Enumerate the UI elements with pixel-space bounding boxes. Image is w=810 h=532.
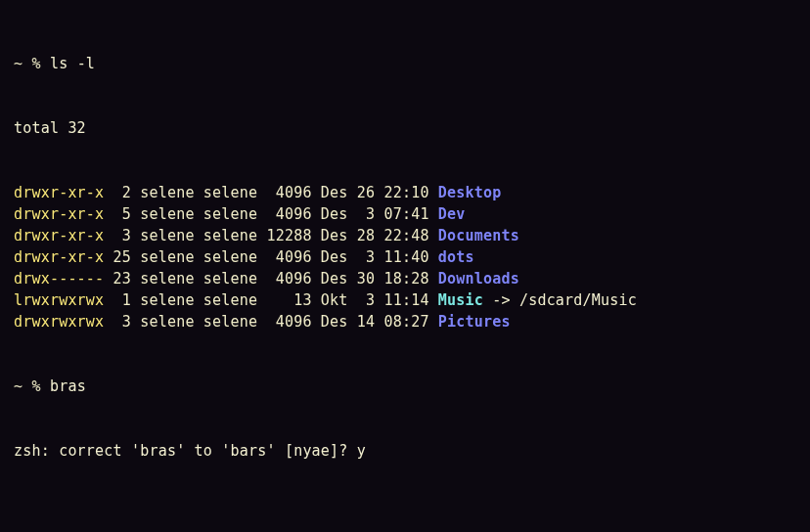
meta: 5 selene selene 4096 Des 3 07:41 — [104, 205, 438, 223]
filename: Music — [438, 291, 483, 309]
zsh-correct-line: zsh: correct 'bras' to 'bars' [nyae]? y — [14, 440, 796, 462]
ls-row: drwx------ 23 selene selene 4096 Des 30 … — [14, 268, 796, 289]
meta: 2 selene selene 4096 Des 26 22:10 — [104, 184, 438, 201]
total-line: total 32 — [14, 117, 796, 139]
bars-output — [14, 505, 796, 532]
meta: 25 selene selene 4096 Des 3 11:40 — [104, 248, 438, 266]
ls-row: lrwxrwxrwx 1 selene selene 13 Okt 3 11:1… — [14, 289, 796, 311]
filename: dots — [438, 248, 474, 266]
ls-row: drwxr-xr-x 25 selene selene 4096 Des 3 1… — [14, 246, 796, 268]
command-2: bras — [50, 377, 86, 395]
prompt-line-2: ~ % bras — [14, 376, 796, 397]
perm: drwxr-xr-x — [14, 248, 104, 266]
perm: drwxr-xr-x — [14, 184, 104, 201]
prompt-line-1: ~ % ls -l — [14, 53, 796, 74]
filename: Documents — [438, 227, 519, 244]
ls-row: drwxr-xr-x 2 selene selene 4096 Des 26 2… — [14, 182, 796, 203]
filename: Pictures — [438, 313, 511, 331]
perm: drwxr-xr-x — [14, 205, 104, 223]
meta: 3 selene selene 4096 Des 14 08:27 — [104, 313, 438, 331]
meta: 1 selene selene 13 Okt 3 11:14 — [104, 291, 438, 309]
perm: lrwxrwxrwx — [14, 291, 104, 309]
filename: Downloads — [438, 270, 519, 288]
ls-row: drwxr-xr-x 3 selene selene 12288 Des 28 … — [14, 225, 796, 246]
perm: drwx------ — [14, 270, 104, 288]
symlink-target: -> /sdcard/Music — [483, 291, 637, 309]
ls-row: drwxr-xr-x 5 selene selene 4096 Des 3 07… — [14, 203, 796, 225]
perm: drwxr-xr-x — [14, 227, 104, 244]
ls-row: drwxrwxrwx 3 selene selene 4096 Des 14 0… — [14, 311, 796, 332]
filename: Desktop — [438, 184, 502, 201]
perm: drwxrwxrwx — [14, 313, 104, 331]
terminal[interactable]: ~ % ls -l total 32 drwxr-xr-x 2 selene s… — [0, 0, 810, 532]
meta: 23 selene selene 4096 Des 30 18:28 — [104, 270, 438, 288]
ls-output: drwxr-xr-x 2 selene selene 4096 Des 26 2… — [14, 182, 796, 332]
filename: Dev — [438, 205, 466, 223]
ps1: ~ % — [14, 377, 50, 395]
command-1: ls -l — [50, 55, 95, 72]
ps1: ~ % — [14, 55, 50, 72]
meta: 3 selene selene 12288 Des 28 22:48 — [104, 227, 438, 244]
